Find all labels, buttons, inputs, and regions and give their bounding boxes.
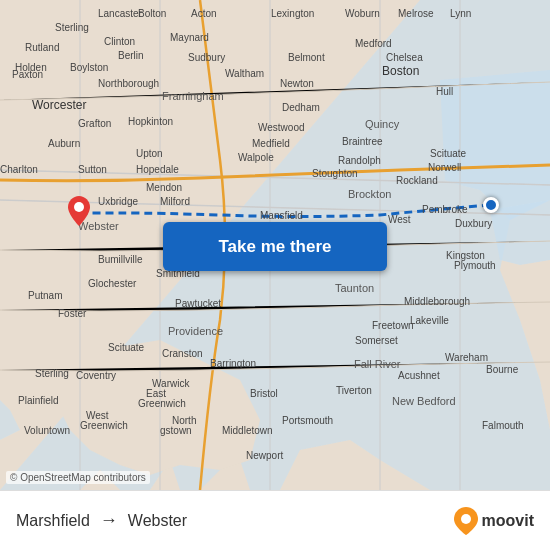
take-me-there-button[interactable]: Take me there [163,222,387,271]
destination-dot [483,197,499,213]
moovit-pin-icon [454,507,478,535]
moovit-text: moovit [482,512,534,530]
svg-point-9 [461,514,471,524]
bottom-bar: Marshfield → Webster moovit [0,490,550,550]
origin-pin [68,196,90,230]
svg-point-8 [74,202,84,212]
copyright-text: © OpenStreetMap contributors [6,471,150,484]
route-from: Marshfield [16,512,90,530]
moovit-logo: moovit [454,507,534,535]
map-container: Lexington Lancaster Bolton Acton Woburn … [0,0,550,490]
route-to: Webster [128,512,187,530]
route-arrow: → [100,510,118,531]
take-me-there-label: Take me there [218,237,331,257]
